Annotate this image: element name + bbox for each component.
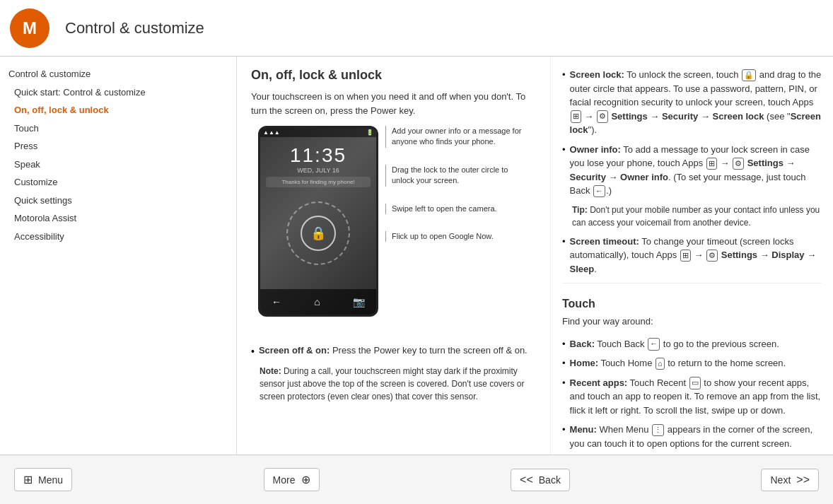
phone-mockup: ▲▲▲ 🔋 11:35 WED, JULY 16 Thanks for find… bbox=[251, 126, 385, 317]
rp-text-screen-timeout: Screen timeout: To change your timeout (… bbox=[570, 235, 822, 276]
phone-signal: ▲▲▲ bbox=[263, 129, 280, 136]
back-icon-2: ← bbox=[648, 338, 660, 350]
sidebar: Control & customize Quick start: Control… bbox=[0, 57, 237, 455]
rp-dot-back: • bbox=[562, 337, 566, 351]
more-label: More bbox=[273, 474, 296, 486]
rp-text-menu: Menu: When Menu ⋮ appears in the corner … bbox=[570, 423, 822, 450]
bottom-navigation-bar: ⊞ Menu More ⊕ << Back Next >> bbox=[0, 455, 833, 504]
section-title: On, off, lock & unlock bbox=[251, 68, 536, 83]
callout-1: Add your owner info or a message for any… bbox=[385, 126, 527, 148]
rp-text-screen-lock: Screen lock: To unlock the screen, touch… bbox=[570, 68, 822, 137]
tip-label: Tip: bbox=[572, 205, 588, 215]
callout-4: Flick up to open Google Now. bbox=[385, 231, 527, 242]
rp-text-recent: Recent apps: Touch Recent ▭ to show your… bbox=[570, 376, 822, 418]
motorola-logo: M bbox=[8, 7, 51, 49]
rp-label-owner-info: Owner info: bbox=[570, 144, 621, 155]
settings-label-1: Settings bbox=[611, 111, 647, 122]
sidebar-item-speak[interactable]: Speak bbox=[0, 156, 236, 174]
rp-dot-home: • bbox=[562, 356, 566, 370]
back-label: Back bbox=[539, 474, 561, 486]
phone-lock-area: 🔒 bbox=[260, 201, 376, 265]
rp-bullet-owner-info: • Owner info: To add a message to your l… bbox=[562, 143, 822, 198]
next-chevron-icon: >> bbox=[796, 474, 810, 486]
bullet-label-screen-off: Screen off & on: bbox=[259, 345, 330, 356]
rp-label-back: Back: bbox=[570, 339, 595, 349]
lock-inline-icon: 🔒 bbox=[742, 69, 756, 81]
intro-text: Your touchscreen is on when you need it … bbox=[251, 90, 536, 117]
rp-bullet-menu: • Menu: When Menu ⋮ appears in the corne… bbox=[562, 423, 822, 450]
security-label-1: Security bbox=[662, 111, 698, 122]
lock-outer-circle: 🔒 bbox=[286, 201, 350, 265]
settings-icon-2: ⚙ bbox=[733, 158, 744, 170]
display-label: Display bbox=[771, 250, 804, 260]
phone-status-bar: ▲▲▲ 🔋 bbox=[260, 128, 376, 137]
rp-label-screen-lock: Screen lock: bbox=[570, 69, 624, 80]
bullet-section: • Screen off & on: Press the Power key t… bbox=[251, 344, 536, 403]
phone-battery: 🔋 bbox=[366, 129, 373, 136]
lock-inner-circle: 🔒 bbox=[301, 216, 336, 251]
rp-dot-2: • bbox=[562, 143, 566, 157]
callout-2: Drag the lock to the outer circle to unl… bbox=[385, 165, 527, 187]
lock-icon: 🔒 bbox=[310, 225, 326, 241]
settings-icon-1: ⚙ bbox=[597, 110, 608, 122]
menu-button[interactable]: ⊞ Menu bbox=[14, 468, 72, 491]
phone-home-icon: ⌂ bbox=[314, 296, 320, 307]
sidebar-item-accessibility[interactable]: Accessibility bbox=[0, 228, 236, 246]
phone-date: WED, JULY 16 bbox=[260, 167, 376, 174]
menu-label: Menu bbox=[38, 474, 63, 486]
bullet-text-screen-off: Screen off & on: Press the Power key to … bbox=[259, 344, 528, 358]
sidebar-item-quick-start[interactable]: Quick start: Control & customize bbox=[0, 83, 236, 102]
settings-label-2: Settings bbox=[747, 158, 784, 168]
tip-body: Don't put your mobile number as your con… bbox=[572, 205, 820, 228]
bullet-dot: • bbox=[251, 344, 255, 359]
callout-lines: Add your owner info or a message for any… bbox=[385, 126, 527, 259]
next-label: Next bbox=[770, 474, 791, 486]
sidebar-item-on-off[interactable]: On, off, lock & unlock bbox=[0, 101, 236, 119]
home-icon-inline: ⌂ bbox=[656, 358, 665, 370]
phone-message: Thanks for finding my phone! bbox=[266, 177, 371, 187]
sidebar-item-press[interactable]: Press bbox=[0, 137, 236, 156]
rp-text-back: Back: Touch Back ← to go to the previous… bbox=[570, 337, 779, 351]
callout-3: Swipe left to open the camera. bbox=[385, 204, 527, 214]
touch-section-title: Touch bbox=[562, 298, 822, 310]
back-button[interactable]: << Back bbox=[511, 469, 570, 491]
phone-time: 11:35 bbox=[260, 137, 376, 167]
rp-dot-1: • bbox=[562, 68, 566, 82]
content-area: On, off, lock & unlock Your touchscreen … bbox=[237, 57, 550, 455]
back-icon-inline: ← bbox=[593, 185, 605, 197]
security-label-2: Security bbox=[570, 172, 606, 182]
settings-label-3: Settings bbox=[721, 250, 757, 260]
svg-text:M: M bbox=[23, 18, 37, 37]
screen-lock-label-1: Screen lock bbox=[713, 111, 764, 122]
sidebar-item-customize[interactable]: Customize bbox=[0, 173, 236, 192]
sidebar-item-touch[interactable]: Touch bbox=[0, 119, 236, 138]
settings-icon-3: ⚙ bbox=[706, 250, 718, 262]
rp-dot-recent: • bbox=[562, 376, 566, 390]
rp-text-home: Home: Touch Home ⌂ to return to the home… bbox=[570, 356, 786, 370]
rp-dot-3: • bbox=[562, 235, 566, 249]
rp-bullet-screen-timeout: • Screen timeout: To change your timeout… bbox=[562, 235, 822, 276]
menu-grid-icon: ⊞ bbox=[23, 473, 33, 486]
owner-info-label: Owner info bbox=[620, 172, 668, 182]
rp-dot-menu: • bbox=[562, 423, 566, 437]
sidebar-item-quick-settings[interactable]: Quick settings bbox=[0, 192, 236, 210]
sidebar-item-motorola-assist[interactable]: Motorola Assist bbox=[0, 209, 236, 228]
more-button[interactable]: More ⊕ bbox=[264, 468, 320, 491]
rp-text-owner-info: Owner info: To add a message to your loc… bbox=[570, 143, 822, 198]
more-circle-icon: ⊕ bbox=[301, 473, 310, 486]
next-button[interactable]: Next >> bbox=[761, 469, 818, 491]
rp-bullet-screen-lock: • Screen lock: To unlock the screen, tou… bbox=[562, 68, 822, 137]
phone-screen: ▲▲▲ 🔋 11:35 WED, JULY 16 Thanks for find… bbox=[258, 126, 378, 317]
rp-label-home: Home: bbox=[570, 358, 598, 368]
sleep-label: Sleep bbox=[570, 264, 595, 274]
menu-icon-inline: ⋮ bbox=[652, 424, 664, 436]
rp-label-recent: Recent apps: bbox=[570, 377, 628, 388]
apps-icon-1: ⊞ bbox=[571, 110, 581, 122]
back-chevron-icon: << bbox=[520, 474, 533, 486]
sidebar-item-control-customize[interactable]: Control & customize bbox=[0, 65, 236, 83]
rp-bullet-back: • Back: Touch Back ← to go to the previo… bbox=[562, 337, 822, 351]
note-body: During a call, your touchscreen might st… bbox=[260, 366, 525, 402]
right-panel: • Screen lock: To unlock the screen, tou… bbox=[550, 57, 833, 455]
rp-label-screen-timeout: Screen timeout: bbox=[570, 236, 639, 247]
phone-illustration-area: ▲▲▲ 🔋 11:35 WED, JULY 16 Thanks for find… bbox=[251, 126, 536, 338]
